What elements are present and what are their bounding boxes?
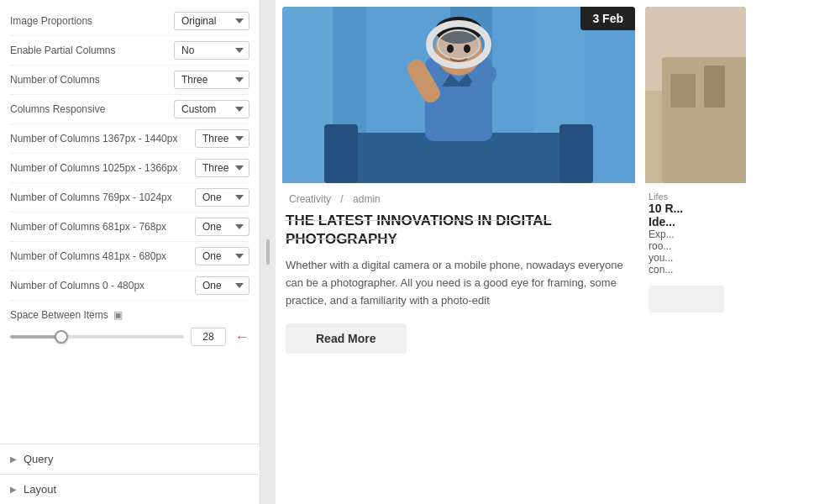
label-columns-1025-1366: Number of Columns 1025px - 1366px	[10, 162, 195, 174]
select-columns-1025-1366[interactable]: OneTwoThreeFour	[195, 159, 249, 177]
setting-row-columns-0-480: Number of Columns 0 - 480pxOneTwoThree	[10, 271, 249, 301]
settings-panel: Image ProportionsOriginalSquareLandscape…	[0, 0, 260, 504]
select-enable-partial-columns[interactable]: NoYes	[174, 41, 249, 60]
setting-row-columns-1367-1440: Number of Columns 1367px - 1440pxOneTwoT…	[10, 124, 249, 154]
query-section[interactable]: ▶ Query	[0, 444, 260, 474]
control-columns-responsive: DefaultCustom	[174, 100, 249, 118]
query-header[interactable]: ▶ Query	[10, 453, 249, 465]
space-between-slider[interactable]	[10, 335, 184, 339]
control-columns-0-480: OneTwoThree	[195, 276, 249, 295]
setting-row-columns-681-768: Number of Columns 681px - 768pxOneTwoThr…	[10, 213, 249, 242]
setting-row-columns-responsive: Columns ResponsiveDefaultCustom	[10, 95, 249, 124]
settings-section: Image ProportionsOriginalSquareLandscape…	[0, 0, 260, 444]
preview-panel: 3 Feb Creativity / admin THE LATEST INNO…	[276, 0, 814, 504]
label-columns-1367-1440: Number of Columns 1367px - 1440px	[10, 133, 195, 144]
label-columns-769-1024: Number of Columns 769px - 1024px	[10, 192, 195, 203]
partial-read-more	[649, 286, 724, 312]
layout-section[interactable]: ▶ Layout	[0, 474, 260, 504]
setting-row-columns-481-680: Number of Columns 481px - 680pxOneTwoThr…	[10, 242, 249, 271]
article-photo	[282, 7, 635, 183]
slider-label: Space Between Items ▣	[10, 309, 249, 321]
card-excerpt: Whether with a digital camera or a mobil…	[286, 257, 632, 309]
select-columns-681-768[interactable]: OneTwoThree	[195, 218, 249, 236]
control-enable-partial-columns: NoYes	[174, 41, 249, 60]
card-separator: /	[340, 193, 343, 205]
setting-row-columns-769-1024: Number of Columns 769px - 1024pxOneTwoTh…	[10, 183, 249, 213]
svg-rect-7	[324, 124, 358, 183]
svg-rect-21	[670, 74, 696, 108]
partial-excerpt: Exp...roo...you...con...	[649, 228, 743, 279]
article-card: 3 Feb Creativity / admin THE LATEST INNO…	[282, 7, 635, 497]
date-badge: 3 Feb	[580, 7, 635, 30]
divider-handle	[266, 239, 270, 265]
label-columns-responsive: Columns Responsive	[10, 103, 174, 115]
svg-point-17	[464, 45, 470, 53]
setting-row-image-proportions: Image ProportionsOriginalSquareLandscape…	[10, 7, 249, 36]
select-columns-769-1024[interactable]: OneTwoThree	[195, 188, 249, 207]
select-image-proportions[interactable]: OriginalSquareLandscapePortrait	[174, 12, 249, 30]
arrow-indicator: ←	[234, 328, 249, 346]
layout-header[interactable]: ▶ Layout	[10, 483, 249, 496]
partial-category: Lifes	[649, 192, 743, 202]
select-number-of-columns[interactable]: OneTwoThreeFour	[174, 71, 249, 89]
label-columns-0-480: Number of Columns 0 - 480px	[10, 280, 195, 291]
card-content: Creativity / admin THE LATEST INNOVATION…	[282, 183, 635, 360]
control-columns-681-768: OneTwoThree	[195, 218, 249, 236]
monitor-icon: ▣	[113, 309, 123, 321]
panel-divider[interactable]	[260, 0, 276, 504]
control-columns-1367-1440: OneTwoThreeFour	[195, 129, 249, 148]
slider-value-input[interactable]	[191, 328, 226, 346]
card-image-wrapper: 3 Feb	[282, 7, 635, 183]
svg-point-16	[447, 45, 454, 53]
partial-content: Lifes 10 R... Ide... Exp...roo...you...c…	[645, 183, 746, 321]
select-columns-1367-1440[interactable]: OneTwoThreeFour	[195, 129, 249, 148]
card-title: THE LATEST INNOVATIONS IN DIGITAL PHOTOG…	[286, 212, 632, 249]
partial-photo	[645, 7, 746, 183]
label-enable-partial-columns: Enable Partial Columns	[10, 45, 174, 56]
select-columns-responsive[interactable]: DefaultCustom	[174, 100, 249, 118]
query-label: Query	[24, 453, 53, 465]
svg-point-15	[438, 30, 480, 59]
svg-rect-22	[704, 66, 725, 108]
space-between-items-row: Space Between Items ▣ ←	[10, 301, 249, 351]
control-columns-1025-1366: OneTwoThreeFour	[195, 159, 249, 177]
svg-rect-8	[559, 124, 593, 183]
partial-article-card: Lifes 10 R... Ide... Exp...roo...you...c…	[645, 7, 746, 497]
partial-title-2: Ide...	[649, 215, 743, 228]
label-columns-481-680: Number of Columns 481px - 680px	[10, 250, 195, 262]
setting-row-number-of-columns: Number of ColumnsOneTwoThreeFour	[10, 66, 249, 95]
layout-chevron: ▶	[10, 485, 17, 494]
label-number-of-columns: Number of Columns	[10, 74, 174, 86]
label-image-proportions: Image Proportions	[10, 15, 174, 27]
setting-row-enable-partial-columns: Enable Partial ColumnsNoYes	[10, 36, 249, 66]
slider-label-text: Space Between Items	[10, 309, 108, 321]
control-columns-769-1024: OneTwoThree	[195, 188, 249, 207]
control-columns-481-680: OneTwoThree	[195, 247, 249, 265]
slider-container: ←	[10, 328, 249, 346]
card-category: Creativity	[289, 193, 331, 205]
layout-label: Layout	[24, 483, 56, 496]
slider-wrapper[interactable]	[10, 329, 184, 344]
read-more-button[interactable]: Read More	[286, 323, 407, 354]
control-image-proportions: OriginalSquareLandscapePortrait	[174, 12, 249, 30]
setting-row-columns-1025-1366: Number of Columns 1025px - 1366pxOneTwoT…	[10, 154, 249, 183]
select-columns-481-680[interactable]: OneTwoThree	[195, 247, 249, 265]
query-chevron: ▶	[10, 454, 17, 464]
card-author: admin	[353, 193, 381, 205]
label-columns-681-768: Number of Columns 681px - 768px	[10, 221, 195, 233]
partial-title: 10 R...	[649, 202, 743, 215]
select-columns-0-480[interactable]: OneTwoThree	[195, 276, 249, 295]
card-meta: Creativity / admin	[286, 193, 632, 205]
control-number-of-columns: OneTwoThreeFour	[174, 71, 249, 89]
partial-card-image	[645, 7, 746, 183]
